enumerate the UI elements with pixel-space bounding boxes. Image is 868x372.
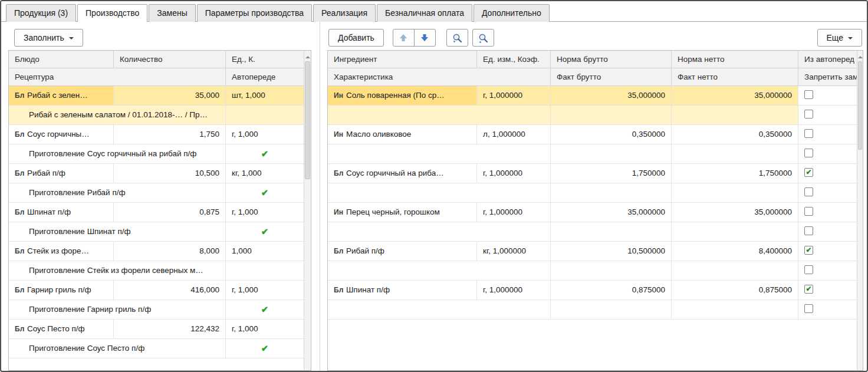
col-header-auto-redo[interactable]: Автопереде <box>226 68 304 86</box>
net-norm-cell[interactable]: 1,750000 <box>672 164 798 183</box>
forbid-replace-checkbox[interactable] <box>804 149 813 157</box>
ingredient-cell[interactable]: БлСоус горчичный на риба… <box>328 164 477 183</box>
characteristic-cell[interactable] <box>328 106 551 125</box>
recipe-cell[interactable]: Приготовление Шпинат п/ф <box>9 222 226 242</box>
auto-redo-cell[interactable]: ✔ <box>226 339 304 358</box>
from-auto-cell[interactable]: ✔ <box>798 281 857 300</box>
quantity-cell[interactable]: 8,000 <box>114 242 226 261</box>
from-auto-checkbox[interactable]: ✔ <box>804 168 813 177</box>
quantity-cell[interactable]: 416,000 <box>114 281 226 300</box>
right-vertical-scrollbar[interactable] <box>857 51 863 370</box>
forbid-replace-cell[interactable] <box>798 144 857 164</box>
more-button[interactable]: Еще <box>817 29 863 47</box>
move-up-button[interactable] <box>393 29 415 47</box>
col-header-unit-coef[interactable]: Ед. изм., Коэф. <box>477 51 551 68</box>
col-header-forbid-replace[interactable]: Запретить зам <box>798 68 857 86</box>
dish-row[interactable]: БлШпинат п/ф0,875г, 1,000Приготовление Ш… <box>9 203 304 242</box>
quantity-cell[interactable]: 0,875 <box>114 203 226 222</box>
dish-cell[interactable]: БлСтейк из форе… <box>9 242 114 261</box>
auto-redo-cell[interactable]: ✔ <box>226 183 304 203</box>
recipe-cell[interactable]: Приготовление Соус Песто п/ф <box>9 339 226 358</box>
dish-cell[interactable]: БлРибай с зелен… <box>9 86 114 106</box>
ingredient-row[interactable]: ИнМасло оливковоел, 1,0000000,3500000,35… <box>328 125 857 164</box>
col-header-unit-coef[interactable]: Ед., К. <box>226 51 304 68</box>
tab-cashless-payment[interactable]: Безналичная оплата <box>377 4 472 22</box>
forbid-replace-checkbox[interactable] <box>804 265 813 274</box>
recipe-cell[interactable]: Приготовление Соус горчичный на рибай п/… <box>9 144 226 164</box>
forbid-replace-cell[interactable] <box>798 106 857 125</box>
gross-norm-cell[interactable]: 0,350000 <box>551 125 672 144</box>
dish-cell[interactable]: БлСоус Песто п/ф <box>9 320 114 339</box>
ingredient-row[interactable]: БлСоус горчичный на риба…г, 1,0000001,75… <box>328 164 857 203</box>
find-next-button[interactable] <box>472 29 494 47</box>
ingredient-row[interactable]: ИнПерец черный, горошкомг, 1,00000035,00… <box>328 203 857 242</box>
col-header-quantity[interactable]: Количество <box>114 51 226 68</box>
from-auto-checkbox[interactable] <box>804 129 813 138</box>
from-auto-cell[interactable] <box>798 125 857 144</box>
net-norm-cell[interactable]: 0,350000 <box>672 125 798 144</box>
recipe-cell[interactable]: Приготовление Стейк из форели северных м… <box>9 261 226 281</box>
ingredient-row[interactable]: БлШпинат п/фг, 1,0000000,8750000,875000✔ <box>328 281 857 320</box>
fact-net-cell[interactable] <box>672 261 798 281</box>
auto-redo-cell[interactable]: ✔ <box>226 300 304 320</box>
auto-redo-cell[interactable] <box>226 106 304 125</box>
ingredient-cell[interactable]: БлШпинат п/ф <box>328 281 477 300</box>
forbid-replace-cell[interactable] <box>798 222 857 242</box>
from-auto-cell[interactable] <box>798 203 857 222</box>
tab-replacements[interactable]: Замены <box>149 4 195 22</box>
from-auto-checkbox[interactable] <box>804 90 813 99</box>
from-auto-checkbox[interactable] <box>804 207 813 216</box>
from-auto-cell[interactable]: ✔ <box>798 164 857 183</box>
fact-gross-cell[interactable] <box>551 183 672 203</box>
from-auto-cell[interactable] <box>798 86 857 106</box>
characteristic-cell[interactable] <box>328 300 551 320</box>
tab-additional[interactable]: Дополнительно <box>474 4 550 22</box>
col-header-net-norm[interactable]: Норма нетто <box>672 51 798 68</box>
col-header-dish[interactable]: Блюдо <box>9 51 114 68</box>
recipe-cell[interactable]: Рибай с зеленым салатом / 01.01.2018-… /… <box>9 106 226 125</box>
fact-net-cell[interactable] <box>672 144 798 164</box>
fact-net-cell[interactable] <box>672 183 798 203</box>
left-scrollbar-thumb[interactable] <box>305 61 310 179</box>
unit-cell[interactable]: кг, 1,000 <box>226 164 304 183</box>
dish-row[interactable]: БлСоус горчичны…1,750г, 1,000Приготовлен… <box>9 125 304 164</box>
auto-redo-cell[interactable]: ✔ <box>226 222 304 242</box>
forbid-replace-cell[interactable] <box>798 300 857 320</box>
dish-cell[interactable]: БлШпинат п/ф <box>9 203 114 222</box>
characteristic-cell[interactable] <box>328 261 551 281</box>
quantity-cell[interactable]: 1,750 <box>114 125 226 144</box>
col-header-fact-net[interactable]: Факт нетто <box>672 68 798 86</box>
gross-norm-cell[interactable]: 10,500000 <box>551 242 672 261</box>
ingredient-row[interactable]: БлРибай п/фкг, 1,00000010,5000008,400000… <box>328 242 857 281</box>
col-header-characteristic[interactable]: Характеристика <box>328 68 551 86</box>
ingredient-cell[interactable]: ИнМасло оливковое <box>328 125 477 144</box>
panel-splitter[interactable] <box>317 22 323 371</box>
ingredient-cell[interactable]: ИнПерец черный, горошком <box>328 203 477 222</box>
quantity-cell[interactable]: 10,500 <box>114 164 226 183</box>
unit-coef-cell[interactable]: г, 1,000000 <box>477 281 551 300</box>
forbid-replace-cell[interactable] <box>798 183 857 203</box>
fact-gross-cell[interactable] <box>551 144 672 164</box>
gross-norm-cell[interactable]: 35,000000 <box>551 203 672 222</box>
forbid-replace-checkbox[interactable] <box>804 304 813 313</box>
fact-gross-cell[interactable] <box>551 222 672 242</box>
characteristic-cell[interactable] <box>328 183 551 203</box>
characteristic-cell[interactable] <box>328 222 551 242</box>
fact-net-cell[interactable] <box>672 222 798 242</box>
fact-net-cell[interactable] <box>672 300 798 320</box>
gross-norm-cell[interactable]: 1,750000 <box>551 164 672 183</box>
unit-cell[interactable]: г, 1,000 <box>226 125 304 144</box>
net-norm-cell[interactable]: 35,000000 <box>672 203 798 222</box>
from-auto-checkbox[interactable]: ✔ <box>804 285 813 294</box>
dish-row[interactable]: БлСоус Песто п/ф122,432г, 1,000Приготовл… <box>9 320 304 358</box>
unit-coef-cell[interactable]: г, 1,000000 <box>477 203 551 222</box>
fill-button[interactable]: Заполнить <box>14 29 83 47</box>
ingredient-cell[interactable]: ИнСоль поваренная (По ср… <box>328 86 477 106</box>
tab-production-parameters[interactable]: Параметры производства <box>197 4 312 22</box>
unit-coef-cell[interactable]: г, 1,000000 <box>477 86 551 106</box>
dish-cell[interactable]: БлГарнир гриль п/ф <box>9 281 114 300</box>
characteristic-cell[interactable] <box>328 144 551 164</box>
add-button[interactable]: Добавить <box>328 29 384 47</box>
col-header-fact-gross[interactable]: Факт брутто <box>551 68 672 86</box>
dish-row[interactable]: БлГарнир гриль п/ф416,000г, 1,000Пригото… <box>9 281 304 320</box>
